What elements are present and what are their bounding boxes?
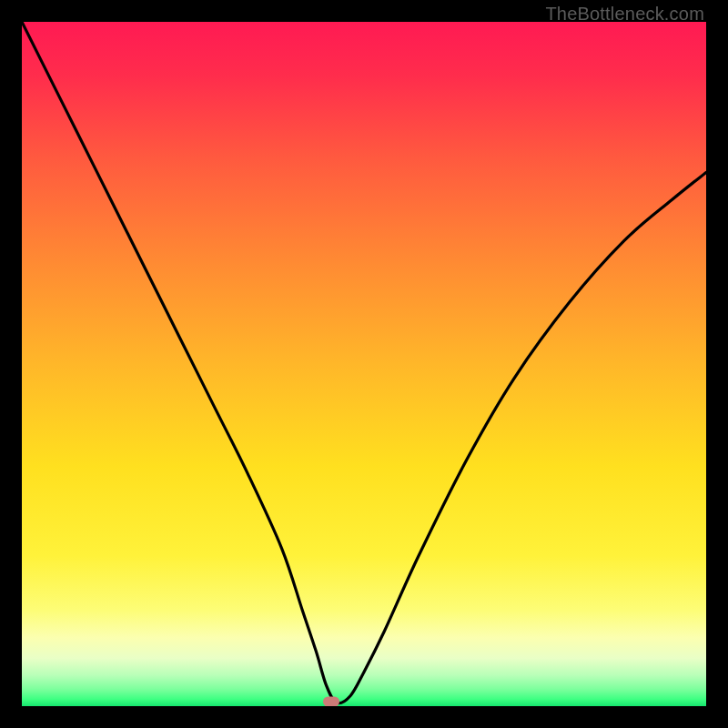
watermark-text: TheBottleneck.com: [545, 4, 704, 25]
bottleneck-curve: [22, 22, 706, 706]
chart-frame: TheBottleneck.com: [0, 0, 728, 728]
plot-area: [22, 22, 706, 706]
minimum-marker: [323, 697, 339, 706]
